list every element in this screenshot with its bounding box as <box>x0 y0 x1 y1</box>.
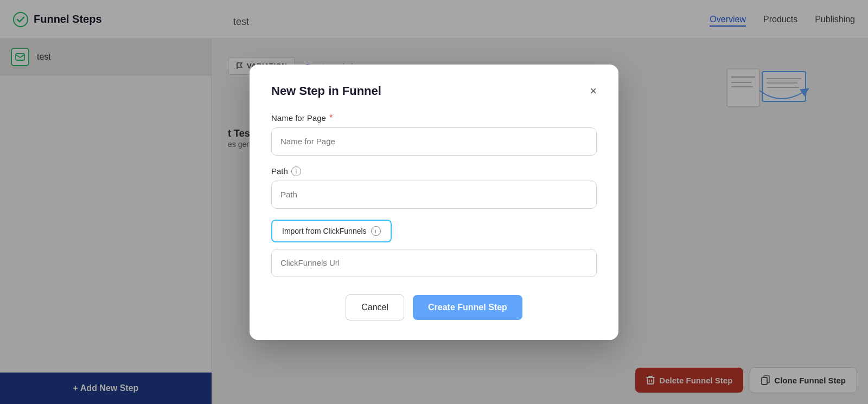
name-label: Name for Page * <box>271 113 597 123</box>
modal-title: New Step in Funnel <box>271 84 381 98</box>
path-field-group: Path i <box>271 166 597 209</box>
name-for-page-input[interactable] <box>271 127 597 156</box>
path-input[interactable] <box>271 181 597 209</box>
name-field-group: Name for Page * <box>271 113 597 156</box>
import-tab-label: Import from ClickFunnels <box>282 227 367 235</box>
name-required-asterisk: * <box>329 113 333 123</box>
modal-footer: Cancel Create Funnel Step <box>271 294 597 320</box>
modal-dialog: New Step in Funnel × Name for Page * Pat… <box>250 65 618 340</box>
create-funnel-step-button[interactable]: Create Funnel Step <box>413 295 522 320</box>
modal-overlay: New Step in Funnel × Name for Page * Pat… <box>0 0 868 404</box>
cancel-button[interactable]: Cancel <box>346 294 404 320</box>
import-info-icon[interactable]: i <box>371 226 381 236</box>
import-clickfunnels-tab[interactable]: Import from ClickFunnels i <box>271 220 392 242</box>
modal-header: New Step in Funnel × <box>271 84 597 98</box>
clickfunnels-url-input[interactable] <box>271 249 597 277</box>
clickfunnels-url-field-group <box>271 249 597 277</box>
path-label: Path i <box>271 166 597 176</box>
modal-close-button[interactable]: × <box>590 85 597 97</box>
path-info-icon[interactable]: i <box>291 166 301 176</box>
